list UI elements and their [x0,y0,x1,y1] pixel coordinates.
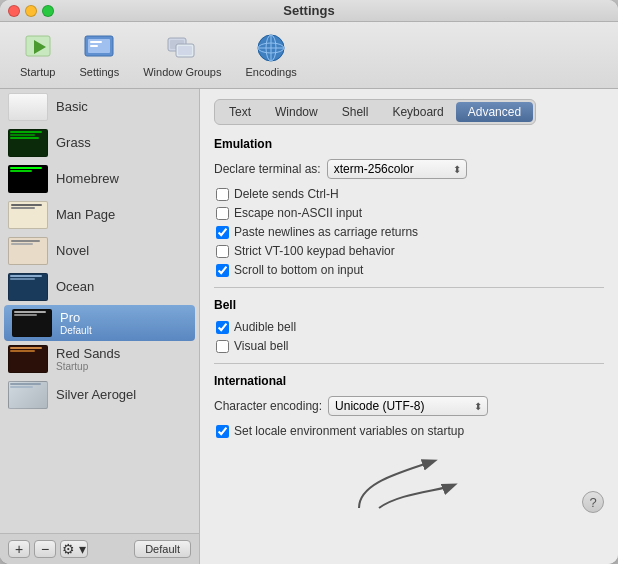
gear-button[interactable]: ⚙ ▾ [60,540,88,558]
pro-item-name: Pro [60,310,92,326]
default-button[interactable]: Default [134,540,191,558]
arrow-area: ? [214,443,604,513]
scroll-bottom-checkbox[interactable] [216,264,229,277]
maximize-button[interactable] [42,5,54,17]
strict-vt100-checkbox[interactable] [216,245,229,258]
delete-ctrl-h-row: Delete sends Ctrl-H [214,187,604,201]
redsands-thumb [8,345,48,373]
visual-bell-row: Visual bell [214,339,604,353]
homebrew-item-text: Homebrew [56,171,119,187]
international-title: International [214,374,604,388]
content-area: Basic Grass [0,89,618,564]
encodings-label: Encodings [245,66,296,78]
tab-text[interactable]: Text [217,102,263,122]
scroll-bottom-row: Scroll to bottom on input [214,263,604,277]
audible-bell-row: Audible bell [214,320,604,334]
encodings-icon [255,32,287,64]
novel-item-name: Novel [56,243,89,259]
redsands-item-text: Red Sands Startup [56,346,120,373]
pro-item-text: Pro Default [60,310,92,337]
grass-item-name: Grass [56,135,91,151]
sidebar-item-grass[interactable]: Grass [0,125,199,161]
separator-2 [214,363,604,364]
manpage-thumb [8,201,48,229]
redsands-item-sub: Startup [56,361,120,372]
pro-thumb [12,309,52,337]
terminal-select[interactable]: xterm-256color [327,159,467,179]
sidebar-item-homebrew[interactable]: Homebrew [0,161,199,197]
svg-rect-4 [90,41,102,43]
toolbar-item-startup[interactable]: Startup [10,28,65,82]
homebrew-thumb [8,165,48,193]
window-groups-icon [166,32,198,64]
encoding-select[interactable]: Unicode (UTF-8) [328,396,488,416]
redsands-item-name: Red Sands [56,346,120,362]
toolbar-item-encodings[interactable]: Encodings [235,28,306,82]
tab-shell[interactable]: Shell [330,102,381,122]
help-button[interactable]: ? [582,491,604,513]
sidebar: Basic Grass [0,89,200,564]
grass-thumb [8,129,48,157]
visual-bell-checkbox[interactable] [216,340,229,353]
escape-non-ascii-row: Escape non-ASCII input [214,206,604,220]
delete-ctrl-h-checkbox[interactable] [216,188,229,201]
paste-newlines-row: Paste newlines as carriage returns [214,225,604,239]
silveraerogel-item-name: Silver Aerogel [56,387,136,403]
novel-item-text: Novel [56,243,89,259]
window-title: Settings [283,3,334,18]
paste-newlines-label: Paste newlines as carriage returns [234,225,418,239]
startup-label: Startup [20,66,55,78]
ocean-item-name: Ocean [56,279,94,295]
svg-rect-9 [178,46,192,55]
international-section: International Character encoding: Unicod… [214,374,604,438]
window-groups-label: Window Groups [143,66,221,78]
add-button[interactable]: + [8,540,30,558]
paste-newlines-checkbox[interactable] [216,226,229,239]
set-locale-checkbox[interactable] [216,425,229,438]
toolbar-item-window-groups[interactable]: Window Groups [133,28,231,82]
toolbar-item-settings[interactable]: Settings [69,28,129,82]
set-locale-label: Set locale environment variables on star… [234,424,464,438]
silveraerogel-thumb [8,381,48,409]
delete-ctrl-h-label: Delete sends Ctrl-H [234,187,339,201]
basic-thumb [8,93,48,121]
audible-bell-checkbox[interactable] [216,321,229,334]
sidebar-item-manpage[interactable]: Man Page [0,197,199,233]
audible-bell-label: Audible bell [234,320,296,334]
sidebar-item-ocean[interactable]: Ocean [0,269,199,305]
bell-title: Bell [214,298,604,312]
svg-rect-5 [90,45,98,47]
escape-non-ascii-checkbox[interactable] [216,207,229,220]
tabs: Text Window Shell Keyboard Advanced [214,99,536,125]
basic-item-text: Basic [56,99,88,115]
ocean-item-text: Ocean [56,279,94,295]
declare-label: Declare terminal as: [214,162,321,176]
toolbar: Startup Settings [0,22,618,89]
remove-button[interactable]: − [34,540,56,558]
tab-window[interactable]: Window [263,102,330,122]
tab-advanced[interactable]: Advanced [456,102,533,122]
encoding-row: Character encoding: Unicode (UTF-8) [214,396,604,416]
emulation-section: Emulation Declare terminal as: xterm-256… [214,137,604,277]
terminal-select-wrapper: xterm-256color [327,159,467,179]
minimize-button[interactable] [25,5,37,17]
manpage-item-name: Man Page [56,207,115,223]
titlebar: Settings [0,0,618,22]
sidebar-item-pro[interactable]: Pro Default [4,305,195,341]
sidebar-item-silveraerogel[interactable]: Silver Aerogel [0,377,199,413]
tab-keyboard[interactable]: Keyboard [380,102,455,122]
close-button[interactable] [8,5,20,17]
manpage-item-text: Man Page [56,207,115,223]
scroll-bottom-label: Scroll to bottom on input [234,263,363,277]
visual-bell-label: Visual bell [234,339,288,353]
declare-terminal-row: Declare terminal as: xterm-256color [214,159,604,179]
settings-label: Settings [79,66,119,78]
sidebar-item-novel[interactable]: Novel [0,233,199,269]
sidebar-item-basic[interactable]: Basic [0,89,199,125]
escape-non-ascii-label: Escape non-ASCII input [234,206,362,220]
ocean-thumb [8,273,48,301]
emulation-title: Emulation [214,137,604,151]
separator-1 [214,287,604,288]
main-panel: Text Window Shell Keyboard Advanced Emul… [200,89,618,564]
sidebar-item-redsands[interactable]: Red Sands Startup [0,341,199,377]
